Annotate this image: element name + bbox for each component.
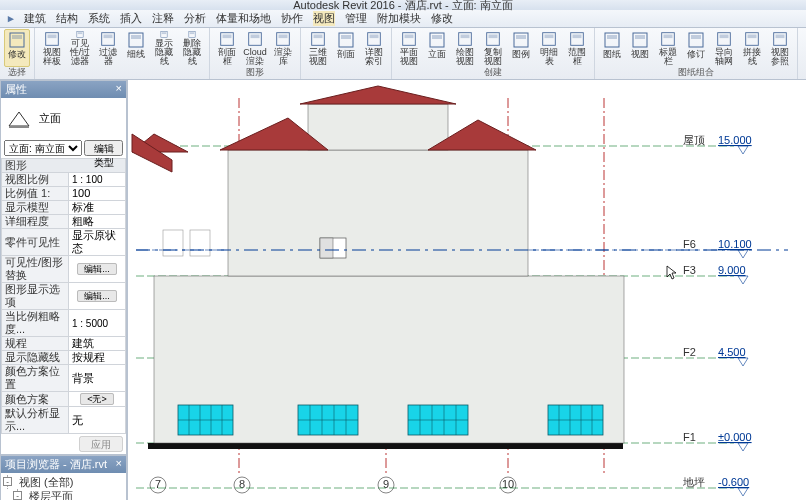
svg-rect-47 (691, 35, 701, 39)
ribbon-thinlines[interactable]: 细线 (123, 29, 149, 67)
svg-rect-19 (279, 35, 288, 39)
ribbon-title[interactable]: 标题栏 (655, 29, 681, 67)
drawing-svg: 78910屋顶15.000F610.100F39.000F24.500F1±0.… (128, 80, 806, 500)
svg-rect-13 (190, 32, 195, 34)
prop-row[interactable]: 颜色方案<无> (2, 392, 126, 407)
drawing-canvas[interactable]: 78910屋顶15.000F610.100F39.000F24.500F1±0.… (128, 80, 806, 500)
ribbon-elev[interactable]: 立面 (424, 29, 450, 67)
project-browser-panel: 项目浏览器 - 酒店.rvt× -视图 (全部)-楼层平面F1F2F3F6地坪场… (0, 455, 127, 500)
prop-row[interactable]: 比例值 1:100 (2, 187, 126, 201)
svg-rect-51 (748, 35, 757, 39)
edit-type-button[interactable]: 编辑类型 (84, 140, 123, 156)
browser-header[interactable]: 项目浏览器 - 酒店.rvt× (1, 456, 126, 473)
left-dock: 属性× 立面 立面: 南立面 编辑类型 图形 视图比例比例值 1:100显示模型… (0, 80, 128, 500)
close-icon[interactable]: × (116, 457, 122, 472)
menu-系统[interactable]: 系统 (88, 11, 110, 26)
properties-header[interactable]: 属性× (1, 81, 126, 98)
prop-row[interactable]: 显示模型标准 (2, 201, 126, 215)
menu-附加模块[interactable]: 附加模块 (377, 11, 421, 26)
project-browser-tree[interactable]: -视图 (全部)-楼层平面F1F2F3F6地坪场地-三维视图{3D}(三维) (1, 473, 126, 500)
ribbon-showhidden[interactable]: 显示隐藏线 (151, 29, 177, 67)
app-menu-icon[interactable]: ▸ (8, 12, 14, 25)
ribbon-legend[interactable]: 图例 (508, 29, 534, 67)
svg-rect-39 (573, 35, 582, 39)
ribbon-removehidden[interactable]: 删除隐藏线 (179, 29, 205, 67)
prop-row[interactable]: 零件可见性显示原状态 (2, 229, 126, 256)
svg-rect-17 (251, 35, 260, 39)
ribbon-sectionbox[interactable]: 剖面框 (214, 29, 240, 67)
ribbon-scope[interactable]: 范围框 (564, 29, 590, 67)
menu-建筑[interactable]: 建筑 (24, 11, 46, 26)
ribbon-filter[interactable]: 过滤器 (95, 29, 121, 67)
ribbon-renderopt[interactable]: 渲染库 (270, 29, 296, 67)
svg-text:-0.600: -0.600 (718, 476, 749, 488)
menu-修改[interactable]: 修改 (431, 11, 453, 26)
elevation-type-icon (5, 104, 33, 132)
prop-row[interactable]: 颜色方案位置背景 (2, 365, 126, 392)
svg-text:F1: F1 (683, 431, 696, 443)
svg-rect-45 (664, 35, 673, 39)
ribbon: 修改选择视图样板可见性/过滤器过滤器细线显示隐藏线删除隐藏线剖面框Cloud渲染… (0, 28, 806, 80)
menu-分析[interactable]: 分析 (184, 11, 206, 26)
ribbon-ref[interactable]: 视图参照 (767, 29, 793, 67)
svg-marker-58 (9, 112, 29, 126)
prop-row[interactable]: 图形显示选项编辑... (2, 283, 126, 310)
svg-text:4.500: 4.500 (718, 346, 746, 358)
ribbon-visibility[interactable]: 可见性/过滤器 (67, 29, 93, 67)
ribbon-sheet[interactable]: 图纸 (599, 29, 625, 67)
svg-rect-33 (489, 35, 498, 39)
svg-rect-35 (516, 35, 526, 39)
menu-结构[interactable]: 结构 (56, 11, 78, 26)
prop-row[interactable]: 显示隐藏线按规程 (2, 351, 126, 365)
prop-row[interactable]: 默认分析显示...无 (2, 407, 126, 434)
ribbon-detail[interactable]: 详图索引 (361, 29, 387, 67)
prop-row[interactable]: 规程建筑 (2, 337, 126, 351)
apply-button[interactable]: 应用 (79, 436, 123, 452)
svg-rect-43 (635, 35, 645, 39)
ribbon-modify[interactable]: 修改 (4, 29, 30, 67)
svg-rect-3 (48, 35, 57, 39)
ribbon-schedule[interactable]: 明细表 (536, 29, 562, 67)
svg-rect-126 (190, 230, 210, 256)
ribbon-rev[interactable]: 修订 (683, 29, 709, 67)
svg-rect-49 (720, 35, 729, 39)
svg-rect-41 (607, 35, 617, 39)
ribbon-match[interactable]: 拼接线 (739, 29, 765, 67)
ribbon-guide[interactable]: 导向轴网 (711, 29, 737, 67)
type-selector[interactable]: 立面: 南立面 (4, 140, 82, 156)
svg-marker-94 (300, 86, 456, 104)
ribbon-viewtpl[interactable]: 视图样板 (39, 29, 65, 67)
prop-row[interactable]: 当比例粗略度... (2, 310, 126, 337)
properties-panel: 属性× 立面 立面: 南立面 编辑类型 图形 视图比例比例值 1:100显示模型… (0, 80, 127, 455)
svg-rect-59 (9, 126, 29, 128)
svg-rect-23 (341, 35, 351, 39)
svg-rect-124 (320, 238, 333, 258)
ribbon-section[interactable]: 剖面 (333, 29, 359, 67)
svg-rect-1 (12, 35, 22, 39)
svg-rect-9 (131, 35, 141, 39)
ribbon-switch[interactable]: 切换窗口 (802, 29, 806, 67)
prop-row[interactable]: 可见性/图形替换编辑... (2, 256, 126, 283)
menu-协作[interactable]: 协作 (281, 11, 303, 26)
close-icon[interactable]: × (116, 82, 122, 97)
menu-插入[interactable]: 插入 (120, 11, 142, 26)
ribbon-view[interactable]: 视图 (627, 29, 653, 67)
svg-rect-15 (223, 35, 232, 39)
ribbon-draft[interactable]: 绘图视图 (452, 29, 478, 67)
ribbon-planview[interactable]: 平面视图 (396, 29, 422, 67)
svg-text:F6: F6 (683, 238, 696, 250)
menu-注释[interactable]: 注释 (152, 11, 174, 26)
prop-row[interactable]: 视图比例 (2, 173, 126, 187)
svg-text:地坪: 地坪 (682, 476, 705, 488)
ribbon-dup[interactable]: 复制视图 (480, 29, 506, 67)
ribbon-3dview[interactable]: 三维视图 (305, 29, 331, 67)
svg-rect-53 (776, 35, 785, 39)
menu-管理[interactable]: 管理 (345, 11, 367, 26)
svg-text:10.100: 10.100 (718, 238, 752, 250)
menu-视图[interactable]: 视图 (313, 11, 335, 26)
ribbon-render[interactable]: Cloud渲染 (242, 29, 268, 67)
menu-体量和场地[interactable]: 体量和场地 (216, 11, 271, 26)
svg-rect-125 (163, 230, 183, 256)
prop-row[interactable]: 详细程度粗略 (2, 215, 126, 229)
type-label: 立面 (39, 111, 61, 126)
